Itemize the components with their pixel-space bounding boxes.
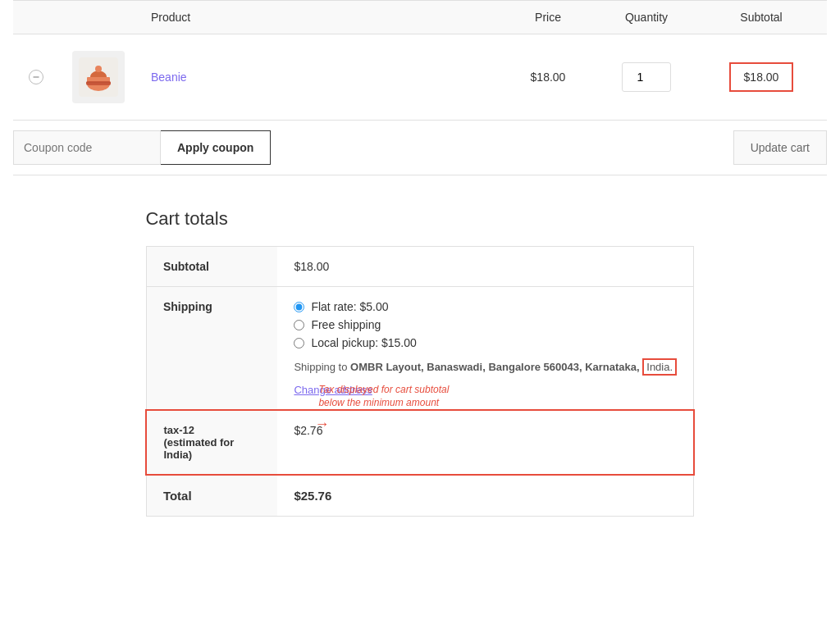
product-price-cell: $18.00 bbox=[499, 34, 597, 121]
cart-totals-container: Cart totals Subtotal $18.00 Shipping bbox=[145, 208, 694, 517]
india-highlight: India. bbox=[642, 358, 677, 376]
subtotal-header: Subtotal bbox=[696, 1, 827, 34]
product-link[interactable]: Beanie bbox=[151, 71, 187, 84]
free-shipping-radio[interactable] bbox=[294, 320, 304, 330]
quantity-input[interactable] bbox=[622, 62, 671, 92]
product-name-cell: Beanie bbox=[138, 34, 499, 121]
total-value: $25.76 bbox=[277, 475, 693, 517]
product-image bbox=[72, 51, 125, 103]
total-row: Total $25.76 bbox=[146, 475, 693, 517]
cart-totals-section: Cart totals Subtotal $18.00 Shipping bbox=[13, 208, 827, 517]
tax-name: tax-12 bbox=[163, 424, 194, 436]
cart-table: Product Price Quantity Subtotal bbox=[13, 0, 827, 121]
product-subtotal: $18.00 bbox=[729, 62, 794, 92]
tax-arrow: → bbox=[314, 416, 329, 433]
tax-annotation-wrapper: tax-12 (estimated for India) bbox=[163, 424, 261, 461]
remove-header bbox=[13, 1, 59, 34]
shipping-options-list: Flat rate: $5.00 Free shipping Local pic… bbox=[294, 300, 677, 349]
shipping-option-free: Free shipping bbox=[294, 318, 677, 331]
local-pickup-radio[interactable] bbox=[294, 338, 304, 348]
product-header: Product bbox=[138, 1, 499, 34]
flat-rate-label: Flat rate: $5.00 bbox=[311, 300, 388, 313]
shipping-label: Shipping bbox=[146, 287, 277, 410]
totals-table: Subtotal $18.00 Shipping Flat rate: $5.0… bbox=[145, 246, 694, 517]
local-pickup-label: Local pickup: $15.00 bbox=[311, 336, 416, 349]
tax-label-cell: tax-12 (estimated for India) bbox=[146, 410, 277, 475]
shipping-address: Shipping to OMBR Layout, Banaswadi, Bang… bbox=[294, 359, 677, 376]
shipping-address-prefix: Shipping to bbox=[294, 361, 350, 373]
product-image-cell bbox=[59, 34, 138, 121]
shipping-address-bold: OMBR Layout, Banaswadi, Bangalore 560043… bbox=[350, 361, 640, 373]
tax-value-cell: $2.76 Tax displayed for cart subtotalbel… bbox=[277, 410, 693, 475]
shipping-option-flat: Flat rate: $5.00 bbox=[294, 300, 677, 313]
flat-rate-radio[interactable] bbox=[294, 302, 304, 312]
remove-icon bbox=[29, 70, 43, 84]
coupon-left: Apply coupon bbox=[13, 130, 271, 165]
cart-totals-title: Cart totals bbox=[145, 208, 694, 230]
quantity-header: Quantity bbox=[597, 1, 696, 34]
coupon-row: Apply coupon Update cart bbox=[13, 121, 827, 175]
product-price: $18.00 bbox=[531, 71, 566, 84]
product-qty-cell bbox=[597, 34, 696, 121]
apply-coupon-button[interactable]: Apply coupon bbox=[161, 130, 271, 165]
free-shipping-label: Free shipping bbox=[311, 318, 381, 331]
tax-sublabel-text: (estimated for India) bbox=[163, 436, 234, 461]
table-row: Beanie $18.00 $18.00 bbox=[13, 34, 827, 121]
subtotal-row: Subtotal $18.00 bbox=[146, 247, 693, 287]
remove-cell bbox=[13, 34, 59, 121]
svg-point-6 bbox=[95, 66, 102, 72]
tax-annotation: Tax displayed for cart subtotalbelow the… bbox=[318, 383, 449, 411]
beanie-image bbox=[79, 57, 118, 97]
image-header bbox=[59, 1, 138, 34]
subtotal-label: Subtotal bbox=[146, 247, 277, 287]
coupon-input[interactable] bbox=[13, 130, 161, 165]
shipping-option-local: Local pickup: $15.00 bbox=[294, 336, 677, 349]
tax-value-wrapper: $2.76 Tax displayed for cart subtotalbel… bbox=[294, 424, 322, 437]
tax-row: tax-12 (estimated for India) $2.76 Tax bbox=[146, 410, 693, 475]
svg-rect-7 bbox=[86, 82, 111, 84]
total-label: Total bbox=[146, 475, 277, 517]
tax-label: tax-12 (estimated for India) bbox=[163, 424, 261, 461]
product-subtotal-cell: $18.00 bbox=[696, 34, 827, 121]
price-header: Price bbox=[499, 1, 597, 34]
update-cart-button[interactable]: Update cart bbox=[733, 130, 827, 165]
subtotal-value: $18.00 bbox=[277, 247, 693, 287]
remove-item-button[interactable] bbox=[26, 67, 46, 87]
